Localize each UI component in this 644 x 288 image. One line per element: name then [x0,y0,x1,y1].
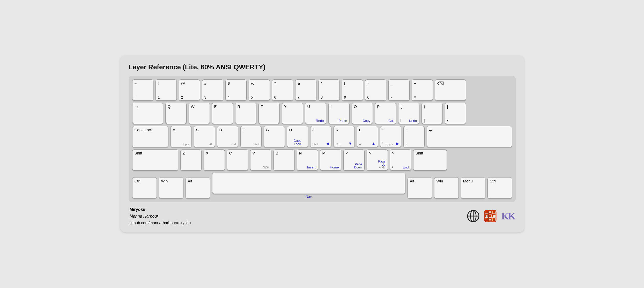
key-menu[interactable]: Menu [461,177,485,198]
key-c[interactable]: C [227,149,248,171]
key-f[interactable]: F Shift [240,126,262,147]
svg-rect-11 [493,211,495,213]
key-1[interactable]: ! 1 [156,79,177,101]
key-semicolon[interactable]: " ' Super ▶ [380,126,401,147]
key-v[interactable]: V AltGr [250,149,271,171]
key-p[interactable]: P Cut [375,103,396,124]
row-home: Caps Lock A Super S Alt D Ctrl F Shift G [132,126,512,147]
key-5[interactable]: % 5 [249,79,270,101]
key-8[interactable]: * 8 [319,79,340,101]
key-caps-lock[interactable]: Caps Lock [132,126,168,147]
row-qwerty: ⇥ Q W E R T Y U Redo [132,103,512,124]
key-e[interactable]: E [212,103,233,124]
svg-rect-9 [485,211,488,213]
key-d[interactable]: D Ctrl [217,126,238,147]
row-bottom: Ctrl Win Alt Nav Alt Win Menu [132,173,512,198]
key-tab[interactable]: ⇥ [132,103,163,124]
key-right-ctrl[interactable]: Ctrl [487,177,512,198]
svg-rect-13 [489,215,491,217]
key-3[interactable]: # 3 [202,79,223,101]
brand-url: github.com/manna-harbour/miryoku [130,220,191,226]
key-grave[interactable]: ~ ` [132,79,153,101]
key-m[interactable]: M Home [320,149,341,171]
key-l[interactable]: L Alt ▲ [357,126,378,147]
key-u[interactable]: U Redo [305,103,326,124]
key-z[interactable]: Z [180,149,202,171]
key-s[interactable]: S Alt [194,126,215,147]
key-2[interactable]: @ 2 [179,79,200,101]
key-left-win[interactable]: Win [159,177,183,198]
key-t[interactable]: T [258,103,280,124]
key-minus[interactable]: _ - [388,79,410,101]
key-left-alt[interactable]: Alt [186,177,210,198]
key-right-alt[interactable]: Alt [408,177,432,198]
key-right-win[interactable]: Win [434,177,459,198]
row-shift: Shift Z X C V AltGr B N Insert [132,149,512,171]
page-title: Layer Reference (Lite, 60% ANSI QWERTY) [129,63,516,71]
nav-label: Nav [306,195,312,198]
row-numbers: ~ ` ! 1 @ 2 # 3 $ 4 % 5 [132,79,512,101]
key-left-ctrl[interactable]: Ctrl [132,177,157,198]
key-7[interactable]: & 7 [295,79,316,101]
key-a[interactable]: A Super [171,126,192,147]
key-h[interactable]: H CapsLock [287,126,308,147]
key-comma[interactable]: < , PageDown [343,149,365,171]
space-wrapper: Nav [212,173,405,198]
key-backslash[interactable]: | \ [445,103,466,124]
footer-logos: KK [467,210,514,222]
key-quote[interactable]: : ; [403,126,425,147]
key-rbracket[interactable]: } ] [421,103,443,124]
key-y[interactable]: Y [282,103,303,124]
key-9[interactable]: ( 9 [342,79,363,101]
key-r[interactable]: R [235,103,256,124]
key-lbracket[interactable]: { [ Undo [398,103,419,124]
svg-rect-12 [485,215,488,217]
key-slash[interactable]: ? / End [390,149,411,171]
brand-subtitle: Manna Harbour [130,213,191,220]
key-6[interactable]: ^ 6 [272,79,293,101]
key-right-shift[interactable]: Shift [413,149,447,171]
svg-rect-10 [489,211,491,213]
svg-rect-16 [489,218,491,221]
key-4[interactable]: $ 4 [225,79,247,101]
footer: Miryoku Manna Harbour github.com/manna-h… [129,206,516,226]
svg-rect-14 [493,215,495,217]
key-space[interactable] [212,173,405,194]
svg-rect-17 [493,218,495,221]
logo-circle-icon [467,210,479,222]
logo-kk-icon: KK [501,210,514,222]
key-o[interactable]: O Copy [352,103,373,124]
main-container: Layer Reference (Lite, 60% ANSI QWERTY) … [120,56,524,232]
key-enter[interactable]: ↵ [427,126,512,147]
svg-rect-15 [485,218,488,221]
key-w[interactable]: W [189,103,210,124]
key-period[interactable]: > PageUp AltGr [367,149,388,171]
brand-name: Miryoku [130,206,191,213]
key-j[interactable]: J Shift ◀ [310,126,331,147]
key-equal[interactable]: + = [412,79,433,101]
key-g[interactable]: G [264,126,285,147]
key-left-shift[interactable]: Shift [132,149,178,171]
key-b[interactable]: B [273,149,295,171]
key-k[interactable]: K Ctrl ▼ [334,126,355,147]
key-0[interactable]: ) 0 [365,79,386,101]
key-i[interactable]: I Paste [328,103,350,124]
footer-left: Miryoku Manna Harbour github.com/manna-h… [130,206,191,226]
key-n[interactable]: N Insert [297,149,318,171]
key-x[interactable]: X [204,149,225,171]
logo-grid-icon [484,210,497,222]
key-backspace[interactable]: ⌫ [435,79,466,101]
keyboard: ~ ` ! 1 @ 2 # 3 $ 4 % 5 [129,76,516,202]
key-q[interactable]: Q [165,103,187,124]
